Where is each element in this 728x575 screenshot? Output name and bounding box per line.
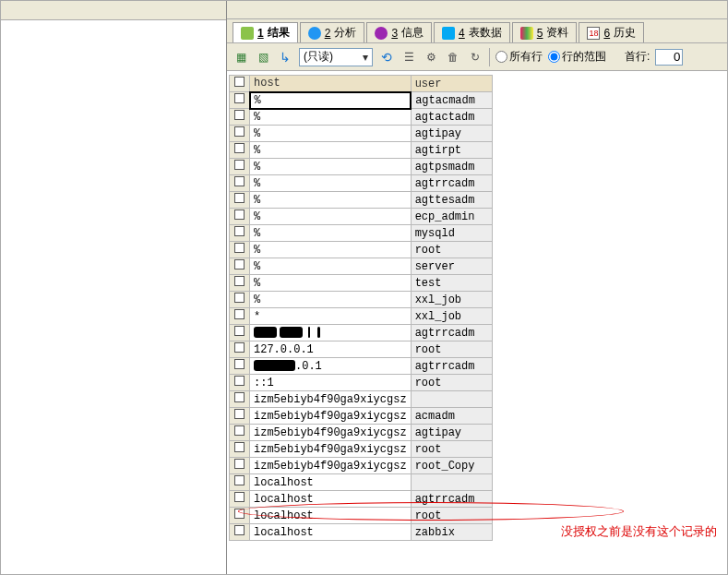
- cell-host[interactable]: %: [250, 275, 412, 292]
- cell-user[interactable]: agtpsmadm: [411, 159, 492, 175]
- row-checkbox[interactable]: [230, 508, 250, 524]
- table-row[interactable]: izm5ebiyb4f90ga9xiycgszacmadm: [230, 408, 493, 425]
- row-checkbox[interactable]: [230, 275, 250, 292]
- cell-user[interactable]: [411, 391, 492, 408]
- cell-user[interactable]: agtipay: [411, 126, 492, 142]
- cell-user[interactable]: zabbix: [411, 524, 492, 541]
- table-row[interactable]: %agtipay: [230, 126, 493, 142]
- row-checkbox[interactable]: [230, 491, 250, 508]
- tab-分析[interactable]: 2 分析: [300, 22, 365, 42]
- table-row[interactable]: localhostroot: [230, 508, 493, 524]
- cell-host[interactable]: %: [250, 126, 412, 142]
- table-row[interactable]: *xxl_job: [230, 308, 493, 325]
- cell-user[interactable]: agtipay: [411, 425, 492, 441]
- row-checkbox[interactable]: [230, 425, 250, 441]
- table-row[interactable]: %test: [230, 275, 493, 292]
- row-checkbox[interactable]: [230, 308, 250, 325]
- cell-user[interactable]: test: [411, 275, 492, 292]
- sort-button[interactable]: ⚙: [423, 49, 439, 66]
- cell-user[interactable]: server: [411, 258, 492, 275]
- cell-user[interactable]: agtactadm: [411, 109, 492, 126]
- cell-host[interactable]: izm5ebiyb4f90ga9xiycgsz: [250, 441, 412, 458]
- cell-user[interactable]: root: [411, 341, 492, 358]
- cell-user[interactable]: agtrrcadm: [411, 175, 492, 192]
- table-row[interactable]: .0.1agtrrcadm: [230, 358, 493, 375]
- cell-host[interactable]: *: [250, 308, 412, 325]
- cell-user[interactable]: xxl_job: [411, 292, 492, 308]
- cell-user[interactable]: ecp_admin: [411, 209, 492, 225]
- cell-host[interactable]: %: [250, 292, 412, 308]
- cell-host[interactable]: izm5ebiyb4f90ga9xiycgsz: [250, 408, 412, 425]
- row-checkbox[interactable]: [230, 391, 250, 408]
- table-row[interactable]: izm5ebiyb4f90ga9xiycgszroot_Copy: [230, 458, 493, 474]
- table-row[interactable]: izm5ebiyb4f90ga9xiycgszroot: [230, 441, 493, 458]
- tab-资料[interactable]: 5 资料: [512, 22, 578, 42]
- row-checkbox[interactable]: [230, 142, 250, 159]
- cell-user[interactable]: root_Copy: [411, 458, 492, 474]
- table-row[interactable]: localhostagtrrcadm: [230, 491, 493, 508]
- cell-host[interactable]: .0.1: [250, 358, 412, 375]
- row-checkbox[interactable]: [230, 341, 250, 358]
- cell-user[interactable]: acmadm: [411, 408, 492, 425]
- cell-user[interactable]: agtrrcadm: [411, 325, 492, 341]
- table-row[interactable]: %agtacmadm: [230, 92, 493, 109]
- results-grid[interactable]: host user %agtacmadm%agtactadm%agtipay%a…: [229, 75, 493, 541]
- row-checkbox[interactable]: [230, 524, 250, 541]
- cell-host[interactable]: localhost: [250, 524, 412, 541]
- filter-button[interactable]: ☰: [400, 49, 417, 66]
- row-checkbox[interactable]: [230, 474, 250, 491]
- cell-host[interactable]: %: [250, 92, 412, 109]
- cell-user[interactable]: agttesadm: [411, 192, 492, 209]
- table-row[interactable]: %agtpsmadm: [230, 159, 493, 175]
- row-checkbox[interactable]: [230, 358, 250, 375]
- cell-host[interactable]: localhost: [250, 474, 412, 491]
- cell-host[interactable]: %: [250, 142, 412, 159]
- row-checkbox[interactable]: [230, 292, 250, 308]
- checkbox-header[interactable]: [230, 76, 250, 92]
- row-checkbox[interactable]: [230, 175, 250, 192]
- cell-host[interactable]: %: [250, 192, 412, 209]
- row-checkbox[interactable]: [230, 192, 250, 209]
- cell-host[interactable]: %: [250, 175, 412, 192]
- cell-user[interactable]: root: [411, 441, 492, 458]
- cell-host[interactable]: localhost: [250, 508, 412, 524]
- cell-host[interactable]: %: [250, 209, 412, 225]
- table-row[interactable]: %mysqld: [230, 225, 493, 242]
- cell-host[interactable]: izm5ebiyb4f90ga9xiycgsz: [250, 425, 412, 441]
- cell-host[interactable]: izm5ebiyb4f90ga9xiycgsz: [250, 391, 412, 408]
- radio-range-rows[interactable]: 行的范围: [548, 49, 606, 65]
- table-row[interactable]: %xxl_job: [230, 292, 493, 308]
- table-row[interactable]: %agtactadm: [230, 109, 493, 126]
- row-checkbox[interactable]: [230, 375, 250, 391]
- cell-host[interactable]: %: [250, 242, 412, 258]
- cell-host[interactable]: [250, 325, 412, 341]
- cell-user[interactable]: agtrrcadm: [411, 491, 492, 508]
- edit-mode-select[interactable]: (只读): [299, 48, 373, 66]
- cell-user[interactable]: root: [411, 242, 492, 258]
- table-row[interactable]: %root: [230, 242, 493, 258]
- cell-host[interactable]: %: [250, 258, 412, 275]
- row-checkbox[interactable]: [230, 126, 250, 142]
- table-row[interactable]: %server: [230, 258, 493, 275]
- cell-host[interactable]: izm5ebiyb4f90ga9xiycgsz: [250, 458, 412, 474]
- refresh-button[interactable]: ↻: [467, 49, 483, 66]
- table-row[interactable]: %agtirpt: [230, 142, 493, 159]
- table-row[interactable]: localhost: [230, 474, 493, 491]
- table-row[interactable]: %ecp_admin: [230, 209, 493, 225]
- cell-host[interactable]: localhost: [250, 491, 412, 508]
- row-checkbox[interactable]: [230, 92, 250, 109]
- cell-user[interactable]: agtacmadm: [411, 92, 492, 109]
- row-checkbox[interactable]: [230, 209, 250, 225]
- add-row-button[interactable]: ▦: [233, 49, 249, 66]
- duplicate-row-button[interactable]: ▧: [255, 49, 271, 66]
- column-header-user[interactable]: user: [411, 76, 492, 92]
- table-row[interactable]: ::1root: [230, 375, 493, 391]
- row-checkbox[interactable]: [230, 325, 250, 341]
- table-row[interactable]: localhostzabbix: [230, 524, 493, 541]
- row-checkbox[interactable]: [230, 258, 250, 275]
- cell-user[interactable]: mysqld: [411, 225, 492, 242]
- export-button[interactable]: ↳: [277, 49, 293, 66]
- table-row[interactable]: 127.0.0.1root: [230, 341, 493, 358]
- nav-prev-button[interactable]: ⟲: [378, 49, 395, 66]
- tab-结果[interactable]: 1 结果: [233, 22, 298, 42]
